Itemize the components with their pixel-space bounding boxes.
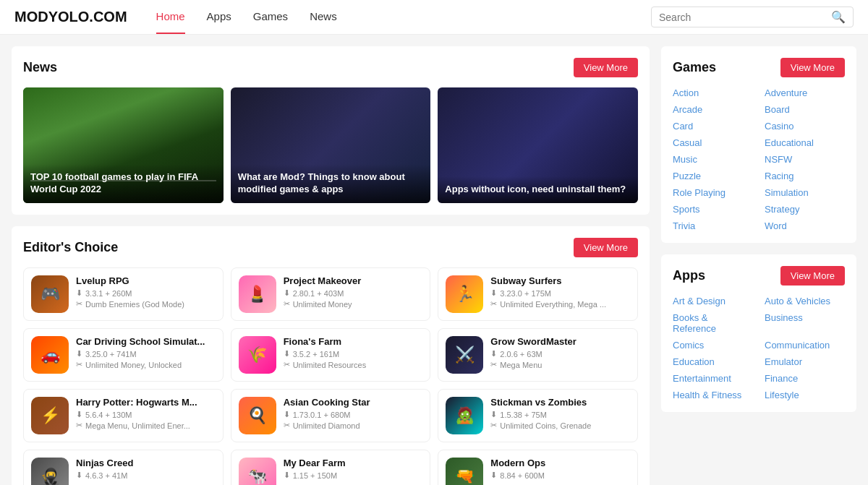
- games-cat-racing[interactable]: Racing: [765, 171, 845, 181]
- app-icon-5: ⚔️: [446, 336, 483, 374]
- games-view-more[interactable]: View More: [780, 58, 845, 77]
- app-info-9: Ninjas Creed ⬇ 4.6.3 + 41M: [76, 458, 216, 480]
- apps-cat-business[interactable]: Business: [765, 312, 845, 334]
- apps-cat-entertainment[interactable]: Entertainment: [673, 373, 753, 384]
- download-icon-1: ⬇: [284, 288, 290, 298]
- search-button[interactable]: 🔍: [831, 10, 846, 24]
- app-card-9[interactable]: 🥷 Ninjas Creed ⬇ 4.6.3 + 41M: [23, 450, 224, 485]
- editors-choice-section: Editor's Choice View More 🎮 Lvelup RPG ⬇…: [12, 226, 650, 485]
- app-card-6[interactable]: ⚡ Harry Potter: Hogwarts M... ⬇ 5.6.4 + …: [23, 389, 224, 442]
- app-tags-8: ✂ Unlimited Coins, Grenade: [490, 421, 630, 430]
- apps-cat-communication[interactable]: Communication: [765, 340, 845, 351]
- apps-cat-health-&-fitness[interactable]: Health & Fitness: [673, 390, 753, 400]
- app-card-3[interactable]: 🚗 Car Driving School Simulat... ⬇ 3.25.0…: [23, 328, 224, 382]
- app-version-size-4: 3.5.2 + 161M: [293, 350, 340, 359]
- editors-choice-view-more[interactable]: View More: [574, 238, 638, 257]
- games-cat-card[interactable]: Card: [673, 121, 753, 132]
- games-cat-trivia[interactable]: Trivia: [673, 220, 753, 231]
- app-name-0: Lvelup RPG: [76, 275, 216, 286]
- app-info-5: Grow SwordMaster ⬇ 2.0.6 + 63M ✂ Mega Me…: [490, 336, 630, 369]
- app-info-0: Lvelup RPG ⬇ 3.3.1 + 260M ✂ Dumb Enemies…: [76, 275, 216, 309]
- app-card-10[interactable]: 🐄 My Dear Farm ⬇ 1.15 + 150M: [231, 450, 431, 485]
- app-version-size-8: 1.5.38 + 75M: [500, 411, 547, 419]
- editors-choice-header: Editor's Choice View More: [23, 238, 638, 257]
- apps-cat-auto-&-vehicles[interactable]: Auto & Vehicles: [765, 296, 845, 306]
- tag-icon-5: ✂: [490, 360, 497, 369]
- app-meta-8: ⬇ 1.5.38 + 75M: [490, 410, 630, 419]
- editors-choice-title: Editor's Choice: [23, 240, 118, 255]
- app-card-2[interactable]: 🏃 Subway Surfers ⬇ 3.23.0 + 175M ✂ Unlim…: [438, 267, 638, 321]
- app-info-11: Modern Ops ⬇ 8.84 + 600M: [490, 458, 630, 480]
- news-card-2[interactable]: Apps without icon, need uninstall them?: [438, 87, 638, 203]
- apps-cat-lifestyle[interactable]: Lifestyle: [765, 390, 845, 400]
- app-info-10: My Dear Farm ⬇ 1.15 + 150M: [284, 458, 423, 480]
- app-icon-1: 💄: [239, 275, 276, 313]
- app-card-7[interactable]: 🍳 Asian Cooking Star ⬇ 1.73.0.1 + 680M ✂…: [231, 389, 431, 442]
- games-cat-action[interactable]: Action: [673, 87, 753, 98]
- apps-cat-comics[interactable]: Comics: [673, 340, 753, 351]
- apps-cat-art-&-design[interactable]: Art & Design: [673, 296, 753, 306]
- app-card-8[interactable]: 🧟 Stickman vs Zombies ⬇ 1.5.38 + 75M ✂ U…: [438, 389, 638, 442]
- app-icon-8: 🧟: [446, 397, 483, 434]
- apps-cat-finance[interactable]: Finance: [765, 373, 845, 384]
- games-cat-sports[interactable]: Sports: [673, 204, 753, 215]
- app-version-size-2: 3.23.0 + 175M: [500, 289, 551, 298]
- header: MODYOLO.COM Home Apps Games News 🔍: [0, 0, 868, 35]
- news-grid: TOP 10 football games to play in FIFA Wo…: [23, 87, 638, 203]
- main-layout: News View More TOP 10 football games to …: [0, 35, 868, 485]
- apps-cat-books-&-reference[interactable]: Books & Reference: [673, 312, 753, 334]
- search-input[interactable]: [659, 12, 831, 23]
- app-name-11: Modern Ops: [490, 458, 630, 468]
- app-name-9: Ninjas Creed: [76, 458, 216, 468]
- games-cat-casual[interactable]: Casual: [673, 137, 753, 148]
- app-tags-3: ✂ Unlimited Money, Unlocked: [76, 360, 216, 369]
- app-card-1[interactable]: 💄 Project Makeover ⬇ 2.80.1 + 403M ✂ Unl…: [231, 267, 431, 321]
- nav-home[interactable]: Home: [156, 0, 185, 34]
- app-card-0[interactable]: 🎮 Lvelup RPG ⬇ 3.3.1 + 260M ✂ Dumb Enemi…: [23, 267, 224, 321]
- games-cat-casino[interactable]: Casino: [765, 121, 845, 132]
- games-cat-nsfw[interactable]: NSFW: [765, 154, 845, 165]
- app-card-4[interactable]: 🌾 Fiona's Farm ⬇ 3.5.2 + 161M ✂ Unlimite…: [231, 328, 431, 382]
- games-cat-strategy[interactable]: Strategy: [765, 204, 845, 215]
- nav-games[interactable]: Games: [253, 0, 288, 34]
- games-cat-arcade[interactable]: Arcade: [673, 104, 753, 115]
- news-card-0[interactable]: TOP 10 football games to play in FIFA Wo…: [23, 87, 224, 203]
- app-tags-4: ✂ Unlimited Resources: [284, 360, 423, 369]
- app-tag-text-5: Mega Menu: [500, 361, 542, 369]
- games-cat-board[interactable]: Board: [765, 104, 845, 115]
- nav-apps[interactable]: Apps: [207, 0, 231, 34]
- app-tag-text-0: Dumb Enemies (God Mode): [85, 300, 184, 309]
- app-name-10: My Dear Farm: [284, 458, 423, 468]
- apps-view-more[interactable]: View More: [780, 266, 845, 286]
- games-cat-simulation[interactable]: Simulation: [765, 187, 845, 198]
- news-view-more[interactable]: View More: [574, 58, 638, 77]
- games-cat-word[interactable]: Word: [765, 220, 845, 231]
- app-name-4: Fiona's Farm: [284, 336, 423, 347]
- app-card-11[interactable]: 🔫 Modern Ops ⬇ 8.84 + 600M: [438, 450, 638, 485]
- apps-sidebar-header: Apps View More: [673, 266, 845, 286]
- games-cat-role-playing[interactable]: Role Playing: [673, 187, 753, 198]
- app-meta-2: ⬇ 3.23.0 + 175M: [490, 288, 630, 298]
- apps-cat-emulator[interactable]: Emulator: [765, 356, 845, 367]
- app-card-5[interactable]: ⚔️ Grow SwordMaster ⬇ 2.0.6 + 63M ✂ Mega…: [438, 328, 638, 382]
- app-tag-text-1: Unlimited Money: [293, 300, 352, 309]
- site-logo[interactable]: MODYOLO.COM: [14, 9, 127, 25]
- nav-news[interactable]: News: [310, 0, 337, 34]
- apps-sidebar-title: Apps: [673, 268, 705, 283]
- app-version-size-9: 4.6.3 + 41M: [85, 471, 127, 480]
- app-name-7: Asian Cooking Star: [284, 397, 423, 408]
- news-section-header: News View More: [23, 58, 638, 77]
- news-card-1[interactable]: What are Mod? Things to know about modif…: [231, 87, 431, 203]
- main-nav: Home Apps Games News: [156, 0, 651, 34]
- app-meta-10: ⬇ 1.15 + 150M: [284, 471, 423, 480]
- app-meta-6: ⬇ 5.6.4 + 130M: [76, 410, 216, 419]
- news-section: News View More TOP 10 football games to …: [12, 46, 650, 215]
- apps-cat-education[interactable]: Education: [673, 356, 753, 367]
- games-cat-music[interactable]: Music: [673, 154, 753, 165]
- app-version-size-1: 2.80.1 + 403M: [293, 289, 344, 298]
- apps-categories: Art & DesignAuto & VehiclesBooks & Refer…: [673, 296, 845, 400]
- games-cat-puzzle[interactable]: Puzzle: [673, 171, 753, 181]
- games-cat-adventure[interactable]: Adventure: [765, 87, 845, 98]
- app-meta-7: ⬇ 1.73.0.1 + 680M: [284, 410, 423, 419]
- games-cat-educational[interactable]: Educational: [765, 137, 845, 148]
